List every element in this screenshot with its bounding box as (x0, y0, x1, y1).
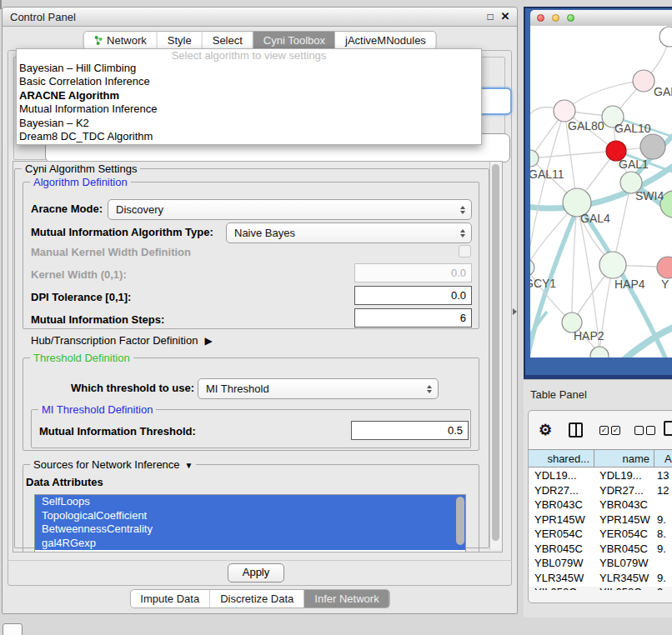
algorithm-option[interactable]: Dream8 DC_TDC Algorithm (17, 130, 481, 143)
node-label: GAL11 (530, 168, 564, 181)
attribute-items: SelfLoopsTopologicalCoefficientBetweenne… (35, 495, 465, 550)
algorithm-option[interactable]: Mutual Information Inference (17, 102, 481, 116)
tab-jactivemnodules[interactable]: jActiveMNodules (335, 32, 436, 49)
tab-network[interactable]: Network (83, 32, 158, 49)
which-threshold-label: Which threshold to use: (71, 382, 194, 394)
dpi-tolerance-label: DPI Tolerance [0,1]: (31, 291, 131, 303)
tab-select[interactable]: Select (203, 32, 253, 49)
check-glyph: ✓ (613, 426, 619, 434)
table-row[interactable]: YIL052CYIL052C9. (529, 585, 672, 590)
attribute-item[interactable]: TopologicalCoefficient (35, 509, 465, 523)
application-root: Control Panel □ ✕ NetworkStyleSelectCyni… (0, 0, 672, 635)
zoom-traffic-light[interactable] (567, 14, 574, 22)
settings-scrollbar-thumb[interactable] (492, 164, 499, 541)
export-table-icon[interactable] (664, 421, 672, 436)
algorithm-option[interactable]: Bayesian – Hill Climbing (17, 62, 481, 75)
tab-label: jActiveMNodules (345, 34, 426, 47)
close-traffic-light[interactable] (537, 14, 544, 22)
aracne-mode-combo[interactable]: Discovery (108, 199, 472, 220)
content-separator (8, 560, 512, 561)
column-header-2[interactable]: A (654, 450, 672, 468)
node-gal2[interactable] (633, 70, 654, 92)
columns-icon[interactable] (569, 422, 583, 438)
algorithm-option[interactable]: Basic Correlation Inference (17, 75, 481, 88)
threshold-definition-title: Threshold Definition (30, 352, 133, 364)
stepper-icon (460, 229, 465, 238)
table-cell: YBR043C (599, 498, 654, 512)
sources-toggle[interactable]: Sources for Network Inference▼ (30, 458, 196, 472)
check-glyph: ✓ (601, 426, 608, 434)
node-salmon[interactable] (657, 257, 672, 278)
minimize-traffic-light[interactable] (552, 14, 559, 22)
node-hap4[interactable] (599, 252, 626, 278)
tab-label: Cyni Toolbox (263, 34, 325, 47)
node-left-green[interactable] (530, 150, 539, 167)
which-threshold-value: MI Threshold (206, 382, 269, 395)
tab-cyni-toolbox[interactable]: Cyni Toolbox (253, 32, 335, 49)
tab-style[interactable]: Style (158, 32, 203, 49)
network-window-titlebar[interactable] (530, 10, 672, 27)
algorithm-option[interactable]: ARACNE Algorithm (17, 89, 481, 102)
table-row[interactable]: YDL19...YDL19...13 (529, 468, 672, 483)
deselect-all-checkbox-icon[interactable] (646, 426, 655, 435)
settings-scrollbar[interactable] (489, 162, 502, 550)
node-gray[interactable] (640, 134, 665, 159)
close-window-icon[interactable]: ✕ (499, 10, 512, 23)
table-row[interactable]: YBL079WYBL079W (529, 556, 672, 571)
table-row[interactable]: YBR045CYBR045C9. (529, 542, 672, 557)
hub-definition-toggle[interactable]: Hub/Transcription Factor Definition▶ (31, 334, 213, 347)
node-bottom[interactable] (590, 347, 609, 358)
table-cell: YDR27... (599, 483, 654, 498)
column-header-0[interactable]: shared... (529, 450, 594, 468)
select-all-checkbox-icon[interactable]: ✓ (599, 426, 609, 435)
network-canvas[interactable]: GALGAL80GAL10GAL1GAL11SWI4GAL4GCY1HAP4YH… (530, 26, 672, 358)
data-attributes-list: SelfLoopsTopologicalCoefficientBetweenne… (34, 494, 466, 552)
table-cell: YPR145W (599, 512, 654, 528)
attribute-item[interactable]: gal4RGexp (35, 537, 465, 551)
deselect-all-checkbox-icon[interactable] (634, 426, 644, 435)
node-label: Y (661, 278, 669, 291)
table-card: ⚙ ✓ ✓ shared...nameA YDL19...YDL19...13Y… (528, 410, 672, 603)
node-table: shared...nameA YDL19...YDL19...13YDR27..… (529, 449, 672, 587)
mi-threshold-field[interactable]: 0.5 (351, 421, 469, 440)
select-all-checkbox-icon[interactable]: ✓ (611, 426, 620, 435)
node-top[interactable] (659, 27, 672, 47)
kernel-width-field[interactable]: 0.0 (354, 263, 472, 282)
table-cell: 12 (657, 483, 672, 498)
table-row[interactable]: YBR043CYBR043C (529, 498, 672, 512)
control-panel-titlebar: Control Panel □ ✕ (3, 8, 517, 27)
tab-infer-network[interactable]: Infer Network (304, 590, 389, 608)
table-row[interactable]: YDR27...YDR27...12 (529, 483, 672, 498)
gear-icon[interactable]: ⚙ (539, 422, 552, 438)
manual-kernel-checkbox[interactable] (459, 245, 471, 258)
tab-impute-data[interactable]: Impute Data (130, 590, 210, 608)
minimized-panel-chip[interactable] (3, 623, 23, 635)
node-label: GCY1 (530, 277, 556, 290)
node-gcy1[interactable] (530, 259, 534, 276)
table-row[interactable]: YLR345WYLR345W9. (529, 571, 672, 586)
attribute-list-scrollbar[interactable] (456, 497, 464, 545)
table-cell: YBL079W (599, 556, 654, 571)
manual-kernel-label: Manual Kernel Width Definition (31, 246, 191, 258)
dpi-tolerance-field[interactable]: 0.0 (354, 286, 472, 305)
attribute-item[interactable]: SelfLoops (35, 495, 465, 509)
node-label: HAP4 (614, 278, 645, 291)
apply-button[interactable]: Apply (228, 563, 284, 582)
which-threshold-combo[interactable]: MI Threshold (198, 378, 439, 399)
mi-algorithm-combo[interactable]: Naive Bayes (226, 222, 472, 243)
tab-discretize-data[interactable]: Discretize Data (210, 590, 304, 608)
algorithm-definition-title: Algorithm Definition (30, 176, 131, 188)
node-label: GAL1 (619, 158, 649, 171)
dropdown-items: Bayesian – Hill ClimbingBasic Correlatio… (17, 62, 481, 143)
table-cell: 9. (657, 542, 672, 557)
algorithm-option[interactable]: Bayesian – K2 (17, 117, 481, 130)
table-cell: YDR27... (534, 483, 594, 498)
table-row[interactable]: YPR145WYPR145W9. (529, 512, 672, 528)
panel-splitter-arrow[interactable] (513, 308, 517, 315)
mi-steps-field[interactable]: 6 (354, 308, 472, 328)
float-window-icon[interactable]: □ (484, 10, 497, 23)
column-header-1[interactable]: name (594, 450, 654, 468)
table-row[interactable]: YER054CYER054C8. (529, 527, 672, 542)
tab-label: Network (107, 34, 147, 47)
attribute-item[interactable]: BetweennessCentrality (35, 522, 465, 537)
